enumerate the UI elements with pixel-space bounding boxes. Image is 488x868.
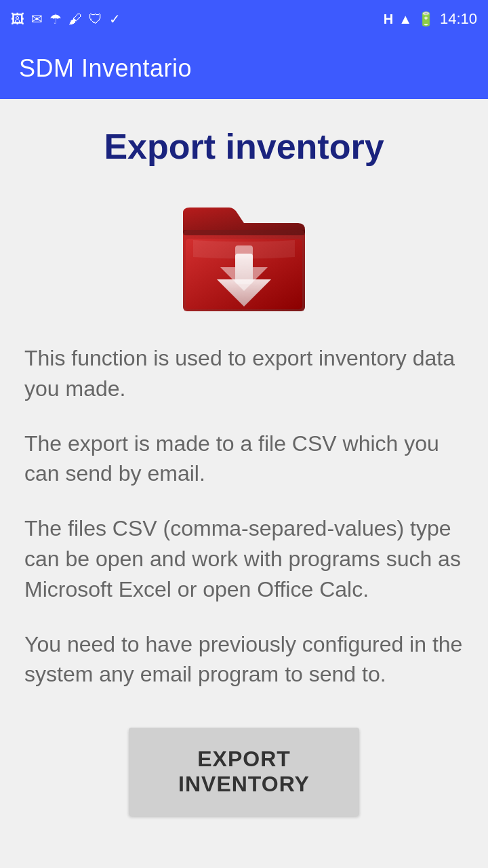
status-icons-left: 🖼 ✉ ☂ 🖌 🛡 ✓: [11, 11, 121, 27]
app-title: SDM Inventario: [19, 54, 192, 83]
page-title: Export inventory: [104, 126, 384, 167]
svg-rect-5: [235, 245, 253, 269]
h-indicator: H: [384, 12, 393, 27]
paragraph-1: This function is used to export inventor…: [24, 343, 464, 404]
description-section: This function is used to export inventor…: [0, 343, 488, 714]
shield-icon: 🛡: [89, 12, 102, 27]
brush-icon: 🖌: [68, 12, 82, 27]
email-icon: ✉: [31, 11, 43, 27]
status-time: 14:10: [440, 10, 477, 28]
paragraph-3: The files CSV (comma-separed-values) typ…: [24, 513, 464, 604]
paragraph-4: You need to have previously configured i…: [24, 629, 464, 690]
app-bar: SDM Inventario: [0, 38, 488, 99]
folder-icon-container: [169, 187, 319, 323]
status-icons-right: H ▲ 🔋 14:10: [384, 10, 477, 28]
main-content: Export inventory: [0, 99, 488, 868]
umbrella-icon: ☂: [49, 11, 62, 27]
image-icon: 🖼: [11, 12, 24, 27]
folder-download-icon: [176, 193, 312, 318]
paragraph-2: The export is made to a file CSV which y…: [24, 429, 464, 490]
svg-rect-1: [183, 230, 305, 235]
signal-icon: ▲: [399, 12, 412, 27]
status-bar: 🖼 ✉ ☂ 🖌 🛡 ✓ H ▲ 🔋 14:10: [0, 0, 488, 38]
check-icon: ✓: [109, 11, 121, 27]
export-inventory-button[interactable]: EXPORT INVENTORY: [129, 728, 359, 816]
battery-icon: 🔋: [418, 11, 434, 27]
export-button-container: EXPORT INVENTORY: [0, 728, 488, 816]
